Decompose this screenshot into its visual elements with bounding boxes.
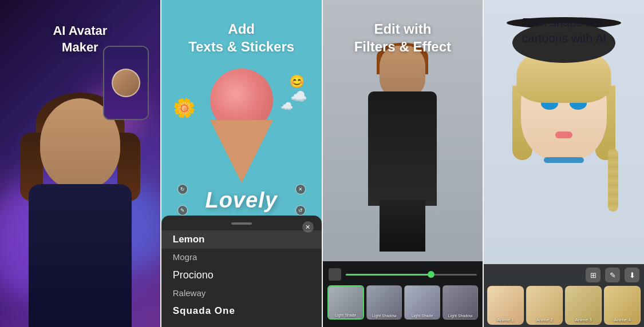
font-item-lemon[interactable]: Lemon [161, 230, 322, 249]
fashion-figure [345, 46, 460, 252]
font-item-prociono[interactable]: Prociono [161, 266, 322, 285]
font-item-mogra[interactable]: Mogra [161, 249, 322, 266]
style-thumb-anime4[interactable]: Anime 4 [604, 286, 641, 325]
body [29, 184, 132, 327]
style-thumb-anime3[interactable]: Anime 3 [565, 286, 602, 325]
figure-legs [380, 200, 425, 252]
phone-screen [104, 47, 148, 119]
panel-drag-handle[interactable] [231, 222, 252, 225]
style-label-4: Anime 4 [605, 317, 640, 322]
filter-thumbnails-row: Light Shade Light Shadow Light Shade Lig… [323, 283, 483, 322]
filter-label-4: Light Shadow [443, 314, 477, 318]
style-thumb-anime2[interactable]: Anime 2 [526, 286, 563, 325]
font-name: Lemon [173, 234, 205, 245]
anime-braid [608, 149, 618, 212]
main-figure [0, 87, 160, 327]
anime-lips [555, 131, 572, 138]
ice-cream-image [202, 69, 282, 183]
ice-cream-cone [210, 120, 273, 183]
style-thumbs-row: Anime 1 Anime 2 Anime 3 Anime 4 [484, 284, 644, 327]
avatar-thumbnail [112, 69, 140, 97]
card2-title: Add Texts & Stickers [161, 20, 322, 55]
card-texts-stickers: Add Texts & Stickers 🌼 ☁️ ☁️ 😊 Lovely ↻ … [161, 0, 322, 327]
style-icons-row: ⊞ ✎ ⬇ [484, 264, 644, 284]
style-selector-panel: ⊞ ✎ ⬇ Anime 1 Anime 2 Anime 3 Anime 4 [484, 264, 644, 327]
filter-slider-row [323, 266, 483, 283]
anime-figure [507, 57, 621, 240]
card4-title: Turn snaps into cartoons with Al [484, 14, 644, 47]
text-handle-rotate[interactable]: ↻ [177, 184, 188, 194]
style-label-1: Anime 1 [488, 317, 523, 322]
font-name: Mogra [173, 252, 197, 262]
filter-icon [329, 268, 341, 281]
anime-choker [544, 157, 584, 163]
daisy-sticker: 🌼 [173, 97, 196, 119]
filter-thumb-1[interactable]: Light Shade [327, 285, 364, 320]
filter-slider-fill [346, 274, 431, 276]
font-name: Raleway [173, 288, 206, 298]
filter-label-3: Light Shade [405, 314, 439, 318]
style-thumb-anime1[interactable]: Anime 1 [487, 286, 524, 325]
filter-thumb-2[interactable]: Light Shadow [366, 285, 402, 320]
style-icon-download[interactable]: ⬇ [625, 268, 639, 282]
card-ai-avatar: AI Avatar Maker [0, 0, 160, 327]
font-item-raleway[interactable]: Raleway [161, 285, 322, 302]
text-handle-edit[interactable]: ✎ [177, 205, 188, 216]
card-filters-effects: Edit with Filters & Effect Light Shade L… [323, 0, 483, 327]
style-icon-edit[interactable]: ✎ [605, 268, 620, 282]
font-selector-panel: ✕ Lemon Mogra Prociono Raleway Squada On… [161, 216, 322, 327]
filter-strip: Light Shade Light Shadow Light Shade Lig… [323, 261, 483, 327]
sun-sticker: 😊 [289, 74, 305, 89]
figure-body [368, 91, 437, 206]
font-panel-close-button[interactable]: ✕ [302, 221, 314, 233]
card-cartoon-ai: Turn snaps into cartoons with Al ⊞ ✎ ⬇ A… [484, 0, 644, 327]
filter-label-1: Light Shade [329, 313, 363, 317]
font-name: Squada One [173, 305, 235, 316]
text-handle-close[interactable]: ✕ [295, 184, 306, 194]
filter-thumb-3[interactable]: Light Shade [404, 285, 440, 320]
font-name: Prociono [173, 269, 214, 281]
style-label-2: Anime 2 [527, 317, 562, 322]
cloud-sticker-2: ☁️ [280, 100, 293, 113]
filter-slider-track[interactable] [346, 274, 477, 276]
ai-avatar-figure [6, 87, 155, 327]
filter-thumb-4[interactable]: Light Shadow [442, 285, 478, 320]
filter-slider-thumb[interactable] [428, 271, 434, 278]
phone-frame-preview [103, 46, 149, 120]
style-label-3: Anime 3 [566, 317, 601, 322]
card3-title: Edit with Filters & Effect [323, 20, 483, 55]
filter-label-2: Light Shadow [367, 314, 401, 318]
text-handle-undo[interactable]: ↺ [295, 205, 306, 216]
style-icon-layers[interactable]: ⊞ [586, 268, 600, 282]
font-item-squada[interactable]: Squada One [161, 302, 322, 320]
